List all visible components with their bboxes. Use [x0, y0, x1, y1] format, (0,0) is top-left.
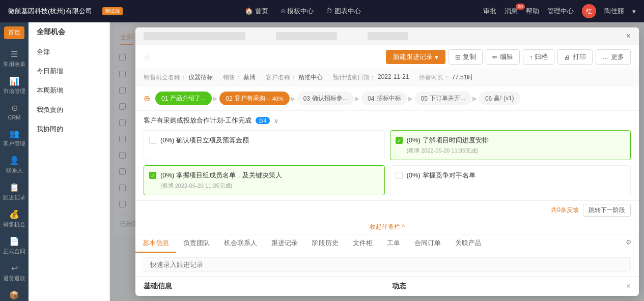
stage-4: 04 招标中标 ▶ — [361, 92, 412, 105]
print-modal-btn[interactable]: 🖨 打印 — [557, 49, 593, 65]
sidebar-item-contacts[interactable]: 👤 联系人 — [0, 152, 29, 178]
left-panel-item-today[interactable]: 今日新增 — [29, 62, 109, 81]
collapse-bar[interactable]: 收起任务栏 ^ — [135, 220, 639, 234]
task-checkbox-4[interactable] — [396, 172, 403, 179]
crm-icon: ⊙ — [11, 103, 18, 113]
customer-label: 客户名称： — [266, 73, 296, 82]
sidebar-item-sales[interactable]: 💰 销售机会 — [0, 205, 29, 232]
tab-products[interactable]: 关联产品 — [448, 234, 489, 253]
close-base-btn[interactable]: × — [626, 282, 631, 291]
next-stage-btn[interactable]: 跳转下一阶段 — [583, 204, 631, 217]
sidebar-label-refund: 退货退款 — [3, 275, 25, 282]
sidebar-item-contract[interactable]: 📄 正式合同 — [0, 232, 29, 259]
edit-modal-btn[interactable]: ✏ 编辑 — [486, 49, 520, 65]
nav-audit[interactable]: 审批 — [483, 7, 496, 16]
tab-stage-history[interactable]: 阶段历史 — [305, 234, 346, 253]
stage-pill-2[interactable]: 02 客户有采购... 40% — [219, 92, 289, 105]
stage-pill-3[interactable]: 03 确认招标参... — [297, 92, 354, 105]
stage-6: 06 赢! (v1) — [479, 92, 520, 105]
bottom-tabs: 基本信息 负责团队 机会联系人 跟进记录 阶段历史 文件柜 工单 合同订单 关联… — [135, 234, 639, 253]
task-check-2: ✓ (0%) 了解项目时间进度安排 (蔡博 2022-05-20 11:35完成… — [396, 136, 626, 155]
left-panel-item-collab[interactable]: 我协同的 — [29, 119, 109, 139]
feedback-link[interactable]: 共0条反馈 — [551, 206, 579, 215]
avatar[interactable]: 红 — [582, 4, 596, 18]
tab-followup[interactable]: 跟进记录 — [264, 234, 305, 253]
tab-contacts[interactable]: 机会联系人 — [217, 234, 264, 253]
nav-messages[interactable]: 消息 20 — [505, 7, 518, 16]
base-info-header: 基础信息 动态 × — [135, 277, 639, 296]
favorite-icon[interactable]: ☆ — [144, 52, 151, 62]
task-title-3: (0%) 掌握项目组成员名单，及关键决策人 — [160, 171, 282, 180]
stage-label-5: 下订单并开... — [430, 94, 465, 103]
tab-settings-icon[interactable]: ⚙ — [619, 234, 639, 253]
nav-help[interactable]: 帮助 — [526, 7, 539, 16]
stage-pill-5[interactable]: 05 下订单并开... — [415, 92, 471, 105]
left-panel-item-mine[interactable]: 我负责的 — [29, 100, 109, 119]
user-name[interactable]: 陶佳丽 — [604, 7, 624, 16]
stage-bar: ⊕ 01 产品介绍了... ▶ 02 客户有采购... 40% — [135, 86, 639, 111]
end-date-label: 预计结束日期： — [333, 73, 376, 82]
sidebar-item-market[interactable]: 📊 市场管理 — [0, 72, 29, 99]
user-dropdown-icon[interactable]: ▾ — [632, 8, 636, 15]
nav-home[interactable]: 🏠 🏠 首页首页 — [245, 7, 268, 16]
task-checkbox-2[interactable]: ✓ — [396, 137, 403, 144]
sidebar-home[interactable]: 首页 — [4, 26, 24, 39]
tab-workorder[interactable]: 工单 — [380, 234, 407, 253]
task-check-1: (0%) 确认项目立项及预算金额 — [149, 136, 379, 145]
tab-orders[interactable]: 合同订单 — [407, 234, 448, 253]
archive-btn[interactable]: ↑ 归档 — [523, 49, 555, 65]
stage-toggle-icon[interactable]: ⊕ — [144, 94, 150, 103]
tab-files[interactable]: 文件柜 — [346, 234, 380, 253]
stage-arrow-4: ▶ — [408, 95, 413, 102]
task-checkbox-3[interactable]: ✓ — [149, 172, 156, 179]
stage-pill-6[interactable]: 06 赢! (v1) — [479, 92, 520, 105]
stage-pill-1[interactable]: 01 产品介绍了... — [155, 92, 212, 105]
tab-team[interactable]: 负责团队 — [176, 234, 217, 253]
task-expand-icon[interactable]: ∨ — [274, 117, 279, 125]
task-item-2: ✓ (0%) 了解项目时间进度安排 (蔡博 2022-05-20 11:35完成… — [390, 130, 631, 160]
sidebar-label-forms: 常用表单 — [3, 61, 25, 68]
task-meta-2: (蔡博 2022-05-20 11:35完成) — [407, 147, 489, 155]
modal-close-btn[interactable]: × — [626, 32, 631, 41]
more-btn[interactable]: … 更多 — [596, 49, 631, 65]
new-followup-btn[interactable]: 新建跟进记录 ▾ — [386, 50, 445, 64]
sidebar-label-followup: 跟进记录 — [3, 194, 25, 201]
left-panel-item-all[interactable]: 全部 — [29, 42, 109, 62]
nav-chart[interactable]: ⏱ 图表中心 — [326, 7, 361, 16]
nav-template[interactable]: ⊙ 模板中心 — [281, 7, 314, 16]
sidebar-item-crm[interactable]: ⊙ CRM — [0, 99, 29, 125]
sidebar-item-refund[interactable]: ↩ 退货退款 — [0, 259, 29, 286]
customers-icon: 👥 — [9, 129, 19, 138]
sale-name-label: 销售机会名称： — [144, 73, 186, 82]
copy-btn[interactable]: ⊞ 复制 — [449, 49, 483, 65]
sale-name-value: 仪器招标 — [188, 73, 213, 82]
sidebar-item-product[interactable]: 📦 产品 — [0, 286, 29, 301]
sales-icon: 💰 — [9, 209, 19, 219]
task-section: 客户有采购或投放合作计划-工作完成 2/4 ∨ (0%) 确认项目立项及预算金额 — [135, 111, 639, 201]
sidebar-item-followup[interactable]: 📋 跟进记录 — [0, 178, 29, 205]
sidebar-label-sales: 销售机会 — [3, 221, 25, 228]
stage-num-2: 02 — [226, 95, 232, 102]
task-title-2: (0%) 了解项目时间进度安排 — [407, 136, 489, 145]
task-badge: 2/4 — [256, 117, 269, 124]
sidebar-item-customers[interactable]: 👥 客户管理 — [0, 125, 29, 152]
sidebar-label-contract: 正式合同 — [3, 248, 25, 255]
task-checkbox-1[interactable] — [149, 137, 156, 144]
nav-admin[interactable]: 管理中心 — [547, 7, 574, 16]
forms-icon: ☰ — [11, 49, 18, 59]
sidebar-item-forms[interactable]: ☰ 常用表单 — [0, 45, 29, 72]
stage-label-6: 赢! (v1) — [494, 94, 514, 103]
market-icon: 📊 — [9, 76, 19, 86]
modal-title-placeholder — [144, 32, 245, 40]
task-title-4: (0%) 掌握竞争对手名单 — [407, 171, 475, 180]
left-panel-item-week[interactable]: 本周新增 — [29, 81, 109, 100]
stage-percent-2: 40% — [272, 96, 284, 102]
sales-label: 销售： — [223, 73, 241, 82]
task-check-4: (0%) 掌握竞争对手名单 — [396, 171, 626, 180]
stage-pill-4[interactable]: 04 招标中标 — [361, 92, 407, 105]
tab-basic-info[interactable]: 基本信息 — [135, 234, 176, 253]
modal-extra-placeholder — [368, 32, 408, 40]
dropdown-arrow-icon[interactable]: ▾ — [435, 53, 438, 61]
brand-tag: 测试版 — [102, 7, 123, 15]
quick-input-field[interactable] — [144, 257, 631, 272]
